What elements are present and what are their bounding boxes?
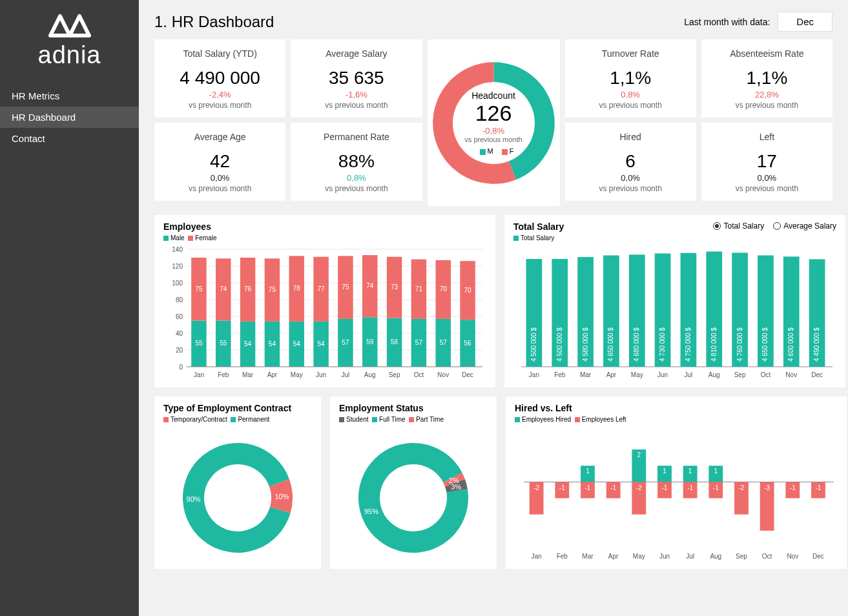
svg-text:Feb: Feb bbox=[218, 371, 229, 378]
svg-text:78: 78 bbox=[293, 285, 301, 292]
status-legend: Student Full Time Part Time bbox=[339, 416, 488, 423]
kpi-turnover: Turnover Rate 1,1% 0,8% vs previous mont… bbox=[565, 39, 696, 118]
svg-text:95%: 95% bbox=[364, 508, 378, 515]
radio-total-salary[interactable]: Total Salary bbox=[713, 221, 764, 231]
svg-text:1: 1 bbox=[688, 467, 692, 475]
nav-item-hr-metrics[interactable]: HR Metrics bbox=[0, 85, 139, 107]
svg-text:77: 77 bbox=[318, 285, 326, 293]
svg-text:56: 56 bbox=[464, 340, 472, 347]
nav-item-hr-dashboard[interactable]: HR Dashboard bbox=[0, 107, 139, 128]
svg-text:40: 40 bbox=[176, 330, 183, 337]
svg-text:Mar: Mar bbox=[580, 371, 592, 378]
kpi-absenteeism: Absenteeism Rate 1,1% 22,8% vs previous … bbox=[701, 39, 832, 118]
svg-text:140: 140 bbox=[172, 246, 183, 253]
kpi-col-3: Turnover Rate 1,1% 0,8% vs previous mont… bbox=[565, 39, 696, 201]
svg-text:54: 54 bbox=[244, 340, 252, 347]
svg-text:-1: -1 bbox=[610, 484, 616, 491]
svg-text:Oct: Oct bbox=[761, 371, 771, 378]
svg-text:Sep: Sep bbox=[734, 371, 746, 378]
kpi-col-1: Total Salary (YTD) 4 490 000 -2,4% vs pr… bbox=[154, 39, 285, 201]
salary-chart-pane: Total Salary Total SalaryAverage Salary … bbox=[504, 215, 845, 387]
svg-text:Jul: Jul bbox=[685, 371, 693, 378]
svg-text:Dec: Dec bbox=[462, 371, 473, 378]
svg-text:4 730 000 $: 4 730 000 $ bbox=[659, 327, 666, 362]
svg-text:70: 70 bbox=[440, 285, 448, 293]
svg-text:-2: -2 bbox=[739, 484, 745, 491]
svg-text:59: 59 bbox=[366, 338, 374, 345]
svg-text:4 500 000 $: 4 500 000 $ bbox=[556, 327, 563, 362]
radio-average-salary[interactable]: Average Salary bbox=[773, 221, 836, 231]
logo-icon bbox=[47, 13, 92, 39]
svg-text:Feb: Feb bbox=[554, 371, 566, 378]
svg-text:Jan: Jan bbox=[194, 371, 204, 378]
headcount-delta: -0,8% bbox=[464, 126, 522, 136]
hired-left-chart: -2Jan-1Feb1-1Mar-1Apr2-2May1-1Jun1-1Jul1… bbox=[515, 427, 838, 562]
svg-text:Apr: Apr bbox=[267, 371, 278, 378]
svg-text:1: 1 bbox=[586, 467, 590, 475]
headcount-sub: vs previous month bbox=[464, 136, 522, 143]
svg-text:1: 1 bbox=[714, 467, 718, 475]
kpi-total_salary: Total Salary (YTD) 4 490 000 -2,4% vs pr… bbox=[154, 39, 285, 118]
hired-left-legend: Employees Hired Employees Left bbox=[515, 416, 838, 423]
svg-text:-1: -1 bbox=[559, 484, 565, 491]
svg-text:Mar: Mar bbox=[242, 371, 254, 378]
status-chart: 3%95%2% bbox=[339, 427, 488, 562]
svg-text:Apr: Apr bbox=[608, 553, 619, 560]
month-dropdown[interactable]: Dec bbox=[778, 12, 832, 32]
employees-title: Employees bbox=[163, 221, 486, 232]
svg-text:-1: -1 bbox=[713, 484, 719, 491]
contract-legend: Temporary/Contract Permanent bbox=[163, 416, 312, 423]
svg-text:76: 76 bbox=[244, 285, 252, 293]
svg-text:4 580 000 $: 4 580 000 $ bbox=[582, 327, 589, 362]
hired-left-title: Hired vs. Left bbox=[515, 403, 838, 413]
kpi-hired: Hired 6 0,0% vs previous month bbox=[565, 123, 696, 201]
salary-legend: Total Salary bbox=[513, 234, 836, 241]
svg-text:54: 54 bbox=[269, 340, 276, 347]
svg-text:20: 20 bbox=[176, 347, 183, 354]
kpi-perm_rate: Permanent Rate 88% 0,8% vs previous mont… bbox=[291, 123, 422, 201]
salary-chart: 4 500 000 $Jan4 500 000 $Feb4 580 000 $M… bbox=[513, 245, 836, 381]
month-selector: Last month with data: Dec bbox=[684, 12, 832, 32]
svg-text:2%: 2% bbox=[449, 477, 459, 484]
employees-legend: Male Female bbox=[163, 234, 486, 241]
nav-item-contact[interactable]: Contact bbox=[0, 128, 139, 149]
svg-text:Sep: Sep bbox=[389, 371, 400, 378]
kpi-grid: Total Salary (YTD) 4 490 000 -2,4% vs pr… bbox=[154, 39, 832, 206]
svg-text:55: 55 bbox=[195, 340, 203, 347]
kpi-col-4: Absenteeism Rate 1,1% 22,8% vs previous … bbox=[701, 39, 832, 201]
main: 1. HR Dashboard Last month with data: De… bbox=[139, 0, 848, 616]
employees-chart: 0204060801001201405575Jan5574Feb5476Mar5… bbox=[163, 245, 486, 381]
legend-swatch-f bbox=[502, 149, 508, 155]
headcount-value: 126 bbox=[464, 101, 522, 126]
svg-text:57: 57 bbox=[440, 339, 448, 346]
svg-text:74: 74 bbox=[366, 282, 374, 289]
svg-text:Aug: Aug bbox=[708, 371, 720, 378]
status-chart-pane: Employment Status Student Full Time Part… bbox=[330, 396, 497, 569]
svg-text:54: 54 bbox=[318, 340, 326, 347]
svg-text:Aug: Aug bbox=[364, 371, 376, 378]
svg-text:58: 58 bbox=[391, 338, 398, 345]
legend-swatch-m bbox=[480, 149, 486, 155]
svg-text:-3: -3 bbox=[764, 484, 770, 491]
svg-text:75: 75 bbox=[269, 286, 276, 293]
logo: adnia bbox=[0, 0, 139, 79]
svg-text:Jan: Jan bbox=[532, 553, 542, 560]
svg-text:60: 60 bbox=[176, 313, 183, 320]
svg-text:May: May bbox=[633, 553, 645, 560]
svg-text:Oct: Oct bbox=[762, 553, 772, 560]
svg-text:57: 57 bbox=[415, 339, 423, 346]
svg-text:Apr: Apr bbox=[606, 371, 617, 378]
svg-text:4 760 000 $: 4 760 000 $ bbox=[736, 327, 743, 362]
svg-text:Nov: Nov bbox=[437, 371, 449, 378]
svg-text:120: 120 bbox=[172, 263, 183, 270]
svg-text:71: 71 bbox=[415, 285, 423, 293]
kpi-left: Left 17 0,0% vs previous month bbox=[701, 123, 832, 201]
contract-title: Type of Employment Contract bbox=[163, 403, 312, 413]
svg-text:-1: -1 bbox=[687, 484, 693, 491]
salary-title: Total Salary bbox=[513, 221, 564, 232]
svg-text:2: 2 bbox=[637, 451, 641, 458]
svg-text:Mar: Mar bbox=[582, 553, 594, 560]
contract-chart-pane: Type of Employment Contract Temporary/Co… bbox=[154, 396, 321, 569]
svg-text:-1: -1 bbox=[790, 484, 796, 491]
svg-text:70: 70 bbox=[464, 287, 472, 294]
